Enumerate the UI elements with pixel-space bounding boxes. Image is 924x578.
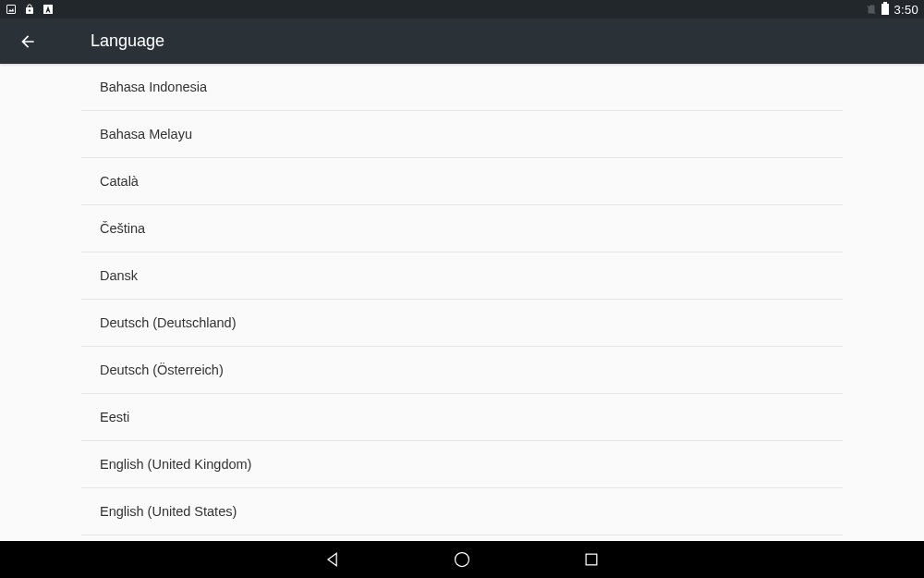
battery-icon (881, 4, 889, 15)
svg-point-2 (456, 553, 469, 567)
language-item[interactable]: Bahasa Melayu (81, 111, 843, 158)
language-item[interactable]: Bahasa Indonesia (81, 64, 843, 111)
page-title: Language (91, 31, 164, 51)
nav-recent-icon[interactable] (582, 550, 601, 569)
status-left (6, 4, 54, 15)
language-label: English (United Kingdom) (100, 457, 251, 472)
navigation-bar (0, 541, 924, 578)
image-icon (6, 4, 17, 15)
language-label: Dansk (100, 268, 138, 283)
status-right: 3:50 (866, 3, 918, 17)
status-clock: 3:50 (894, 3, 918, 17)
no-sim-icon (866, 4, 877, 15)
language-label: Bahasa Melayu (100, 127, 192, 141)
lock-icon (24, 4, 35, 15)
language-list: Bahasa Indonesia Bahasa Melayu Català Če… (81, 64, 843, 535)
language-label: Deutsch (Österreich) (100, 363, 224, 377)
language-label: Bahasa Indonesia (100, 80, 207, 94)
language-item[interactable]: Dansk (81, 252, 843, 300)
language-item[interactable]: English (United States) (81, 488, 843, 535)
language-label: Eesti (100, 410, 129, 424)
status-bar: 3:50 (0, 0, 924, 18)
nav-back-icon[interactable] (323, 550, 342, 569)
language-item[interactable]: Čeština (81, 205, 843, 252)
language-label: Català (100, 174, 139, 189)
language-item[interactable]: Deutsch (Österreich) (81, 347, 843, 394)
back-arrow-icon[interactable] (18, 32, 37, 51)
content-area[interactable]: Bahasa Indonesia Bahasa Melayu Català Če… (0, 64, 924, 541)
language-item[interactable]: Eesti (81, 394, 843, 441)
app-bar: Language (0, 18, 924, 64)
language-label: English (United States) (100, 504, 237, 519)
language-item[interactable]: English (United Kingdom) (81, 441, 843, 488)
svg-rect-3 (586, 554, 597, 565)
nav-home-icon[interactable] (453, 550, 471, 569)
svg-rect-0 (7, 6, 16, 14)
language-label: Deutsch (Deutschland) (100, 315, 237, 330)
language-label: Čeština (100, 221, 145, 236)
language-item[interactable]: Català (81, 158, 843, 205)
app-icon (43, 4, 54, 15)
language-item[interactable]: Deutsch (Deutschland) (81, 300, 843, 347)
